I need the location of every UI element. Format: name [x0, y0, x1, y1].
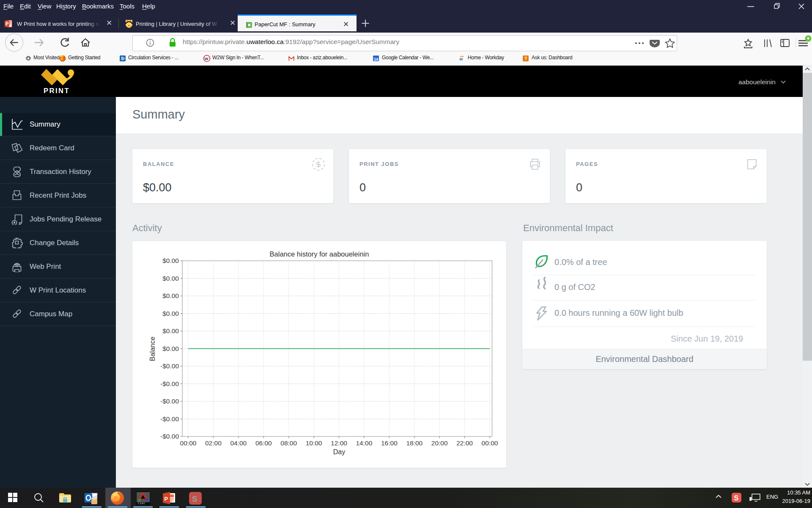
svg-text:16:00: 16:00 [381, 439, 398, 447]
svg-text:12:00: 12:00 [331, 439, 347, 447]
svg-text:10:00: 10:00 [306, 439, 322, 447]
svg-text:22:00: 22:00 [456, 439, 473, 447]
svg-text:-$0.00: -$0.00 [160, 398, 179, 405]
svg-text:02:00: 02:00 [205, 439, 222, 447]
svg-text:08:00: 08:00 [280, 439, 297, 447]
svg-text:18:00: 18:00 [406, 439, 422, 447]
svg-text:CIRC: CIRC [138, 502, 145, 505]
svg-text:-$0.00: -$0.00 [160, 380, 179, 387]
svg-text:-$0.00: -$0.00 [160, 415, 179, 422]
svg-text:$0.00: $0.00 [162, 327, 179, 334]
svg-text:Balance: Balance [149, 337, 156, 361]
svg-text:04:00: 04:00 [230, 439, 247, 447]
svg-text:Day: Day [333, 448, 345, 456]
svg-text:W: W [205, 56, 208, 61]
svg-text:00:00: 00:00 [482, 439, 498, 447]
svg-text:S: S [734, 494, 739, 502]
svg-text:00:00: 00:00 [180, 439, 197, 447]
svg-text:-$0.00: -$0.00 [160, 362, 179, 370]
svg-text:$0.00: $0.00 [162, 310, 179, 317]
svg-text:14:00: 14:00 [356, 439, 373, 447]
svg-text:w: w [459, 56, 463, 61]
svg-text:$0.00: $0.00 [162, 292, 179, 299]
svg-text:$0.00: $0.00 [162, 257, 179, 264]
svg-text:-$0.00: -$0.00 [160, 433, 179, 440]
svg-text:$0.00: $0.00 [162, 275, 179, 282]
svg-text:?: ? [524, 56, 527, 61]
svg-text:PRINT: PRINT [44, 87, 70, 94]
svg-text:Balance history for aabouelein: Balance history for aaboueleinin [270, 250, 369, 258]
svg-text:14: 14 [374, 57, 378, 61]
svg-text:S: S [121, 56, 124, 61]
svg-text:P: P [165, 496, 168, 502]
svg-text:06:00: 06:00 [255, 439, 272, 447]
svg-text:S: S [192, 494, 198, 503]
svg-text:20:00: 20:00 [431, 439, 448, 447]
svg-text:$0.00: $0.00 [162, 345, 179, 352]
svg-text:P: P [5, 21, 8, 26]
